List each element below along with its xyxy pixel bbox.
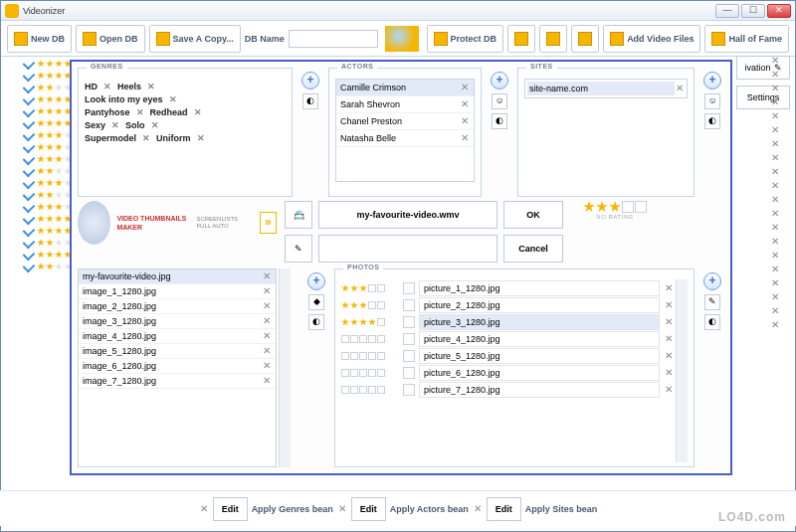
add-image-button[interactable]: + — [307, 272, 325, 290]
star-icon[interactable] — [359, 335, 367, 343]
image-row[interactable]: image_7_1280.jpg✕ — [79, 374, 276, 389]
add-site-button[interactable]: + — [703, 72, 721, 89]
photo-row[interactable]: picture_7_1280.jpg✕ — [341, 382, 674, 398]
edit-sites-button[interactable]: Edit — [487, 497, 521, 521]
bg-close-icon[interactable]: ✕ — [770, 223, 780, 233]
remove-actor-button[interactable]: ✕ — [460, 133, 470, 143]
bg-close-icon[interactable]: ✕ — [770, 97, 780, 107]
star-icon[interactable] — [341, 369, 349, 377]
remove-actor-button[interactable]: ✕ — [460, 99, 470, 109]
actor-row[interactable]: Camille Crimson✕ — [336, 80, 474, 96]
rename-icon-button[interactable]: 📇 — [285, 201, 312, 229]
bg-close-icon[interactable]: ✕ — [770, 139, 780, 149]
edit-genres-button[interactable]: Edit — [213, 497, 248, 521]
star-icon[interactable] — [350, 335, 358, 343]
genre-tag[interactable]: Heels — [117, 82, 141, 91]
remove-genre-button[interactable]: ✕ — [142, 133, 150, 143]
star-icon[interactable] — [341, 301, 349, 309]
star-icon[interactable] — [368, 369, 376, 377]
genre-tag[interactable]: Pantyhose — [85, 107, 130, 117]
remove-genre-button[interactable]: ✕ — [111, 120, 119, 130]
bg-close-icon[interactable]: ✕ — [770, 125, 780, 135]
genre-tag[interactable]: Sexy — [85, 120, 105, 130]
star-icon[interactable] — [377, 284, 385, 292]
maximize-button[interactable]: ☐ — [741, 4, 765, 18]
remove-image-button[interactable]: ✕ — [262, 361, 272, 371]
photo-tool-1[interactable]: ✎ — [704, 294, 720, 310]
remove-image-button[interactable]: ✕ — [262, 331, 272, 341]
image-row[interactable]: image_5_1280.jpg✕ — [79, 344, 276, 359]
image-row[interactable]: image_3_1280.jpg✕ — [79, 314, 276, 329]
star-icon[interactable] — [350, 386, 358, 394]
photo-checkbox[interactable] — [403, 333, 415, 345]
photo-tool-2[interactable]: ◐ — [704, 314, 720, 330]
bg-close-icon[interactable]: ✕ — [770, 84, 780, 93]
edit-actors-button[interactable]: Edit — [351, 497, 386, 521]
db-name-input[interactable] — [289, 30, 378, 48]
photo-name[interactable]: picture_6_1280.jpg — [419, 365, 660, 381]
image-tool-2[interactable]: ◐ — [308, 314, 324, 330]
minimize-button[interactable]: — — [715, 4, 739, 18]
star-icon[interactable] — [341, 335, 349, 343]
remove-actor-button[interactable]: ✕ — [460, 116, 470, 126]
image-row[interactable]: image_1_1280.jpg✕ — [79, 284, 276, 299]
close-button[interactable]: ✕ — [767, 4, 791, 18]
actor-tool-1[interactable]: ☺ — [492, 93, 507, 109]
star-icon[interactable] — [368, 352, 376, 360]
photo-rating[interactable] — [341, 386, 399, 394]
star-icon[interactable] — [583, 201, 595, 213]
photo-row[interactable]: picture_6_1280.jpg✕ — [341, 365, 674, 381]
star-icon[interactable] — [377, 369, 385, 377]
remove-photo-button[interactable]: ✕ — [664, 334, 674, 344]
remove-image-button[interactable]: ✕ — [262, 316, 272, 326]
photos-scrollbar[interactable] — [676, 279, 688, 462]
photo-row[interactable]: picture_5_1280.jpg✕ — [341, 348, 674, 364]
tool-2-button[interactable] — [539, 25, 567, 53]
remove-genre-button[interactable]: ✕ — [151, 120, 159, 130]
photo-name[interactable]: picture_1_1280.jpg — [419, 280, 660, 296]
clear-site-button[interactable]: ✕ — [675, 84, 685, 93]
remove-image-button[interactable]: ✕ — [262, 271, 272, 281]
star-icon[interactable] — [596, 201, 608, 213]
photo-rating[interactable] — [341, 284, 399, 292]
photo-checkbox[interactable] — [403, 282, 415, 294]
filename-input[interactable] — [318, 201, 498, 229]
star-icon[interactable] — [368, 284, 376, 292]
bg-close-icon[interactable]: ✕ — [770, 167, 780, 177]
star-icon[interactable] — [341, 352, 349, 360]
genre-tag[interactable]: Redhead — [150, 107, 188, 117]
remove-photo-button[interactable]: ✕ — [664, 317, 674, 327]
photo-rating[interactable] — [341, 369, 399, 377]
genre-tag[interactable]: Solo — [125, 120, 145, 130]
star-icon[interactable] — [359, 386, 367, 394]
bg-close-icon[interactable]: ✕ — [770, 56, 780, 66]
star-icon[interactable] — [377, 386, 385, 394]
image-list[interactable]: my-favourite-video.jpg✕image_1_1280.jpg✕… — [78, 268, 277, 467]
bg-close-icon[interactable]: ✕ — [770, 181, 780, 191]
edit-icon-button[interactable]: ✎ — [285, 235, 312, 263]
star-icon[interactable] — [359, 352, 367, 360]
remove-photo-button[interactable]: ✕ — [664, 385, 674, 395]
save-copy-button[interactable]: Save A Copy... — [149, 25, 241, 53]
star-icon[interactable] — [368, 386, 376, 394]
remove-photo-button[interactable]: ✕ — [664, 351, 674, 361]
bg-close-icon[interactable]: ✕ — [770, 265, 780, 274]
star-icon[interactable] — [377, 318, 385, 326]
hall-of-fame-button[interactable]: Hall of Fame — [704, 25, 789, 53]
star-icon[interactable] — [350, 318, 358, 326]
new-db-button[interactable]: New DB — [7, 25, 72, 53]
star-icon[interactable] — [368, 318, 376, 326]
actor-tool-2[interactable]: ◐ — [492, 113, 507, 129]
remove-genre-button[interactable]: ✕ — [103, 82, 111, 91]
star-icon[interactable] — [368, 335, 376, 343]
image-row[interactable]: my-favourite-video.jpg✕ — [79, 269, 276, 284]
star-icon[interactable] — [350, 369, 358, 377]
open-db-button[interactable]: Open DB — [76, 25, 145, 53]
actors-list[interactable]: Camille Crimson✕Sarah Shevron✕Chanel Pre… — [335, 79, 475, 182]
photo-checkbox[interactable] — [403, 316, 415, 328]
site-tool-1[interactable]: ☺ — [704, 93, 720, 109]
star-icon[interactable] — [609, 201, 621, 213]
remove-photo-button[interactable]: ✕ — [664, 300, 674, 310]
remove-image-button[interactable]: ✕ — [262, 301, 272, 311]
bg-close-icon[interactable]: ✕ — [770, 320, 780, 330]
